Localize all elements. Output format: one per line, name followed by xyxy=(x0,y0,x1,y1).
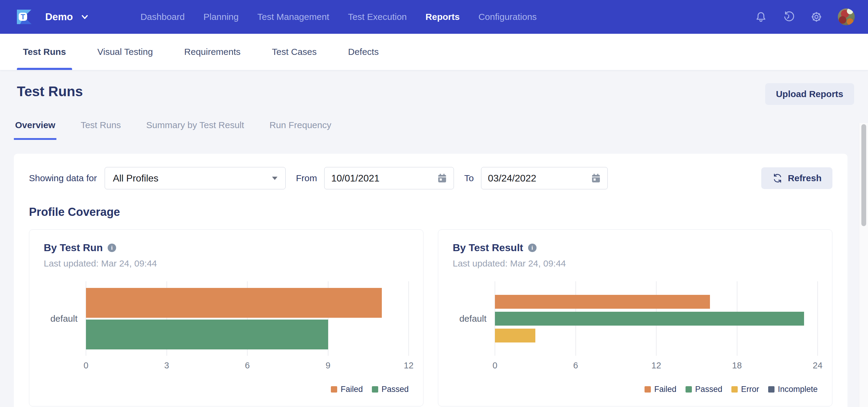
subtab-summary-by-test-result[interactable]: Summary by Test Result xyxy=(145,120,246,140)
x-tick-label: 18 xyxy=(732,361,742,371)
x-tick-label: 24 xyxy=(813,361,823,371)
chevron-down-icon xyxy=(80,13,89,21)
section-title: Profile Coverage xyxy=(29,206,832,219)
from-date-input[interactable]: 10/01/2021 xyxy=(324,167,454,189)
plot-area: 06121824 xyxy=(495,281,818,356)
refresh-icon xyxy=(772,173,783,184)
legend-item-error: Error xyxy=(732,385,759,394)
bar-failed xyxy=(495,295,710,309)
legend-swatch xyxy=(372,386,378,393)
legend-item-passed: Passed xyxy=(685,385,722,394)
legend-swatch xyxy=(685,386,692,393)
tab-requirements[interactable]: Requirements xyxy=(178,34,247,70)
profile-select[interactable]: All Profiles xyxy=(105,167,286,189)
app-logo[interactable]: T xyxy=(17,10,31,24)
category-label: default xyxy=(44,314,86,324)
info-icon[interactable]: i xyxy=(528,244,536,252)
x-tick-label: 12 xyxy=(651,361,661,371)
legend-item-failed: Failed xyxy=(645,385,677,394)
settings-button[interactable] xyxy=(810,10,823,23)
scrollbar-thumb[interactable] xyxy=(861,124,866,226)
x-tick-label: 0 xyxy=(84,361,88,371)
upload-reports-label: Upload Reports xyxy=(776,89,843,99)
tab-test-cases[interactable]: Test Cases xyxy=(266,34,323,70)
overview-panel: Showing data for All Profiles From 10/01… xyxy=(14,154,847,407)
history-icon xyxy=(782,10,795,23)
gridline xyxy=(408,281,409,356)
vertical-scrollbar[interactable] xyxy=(859,123,868,407)
chart-card-by-test-result: By Test Result i Last updated: Mar 24, 0… xyxy=(438,229,832,406)
chart-legend: FailedPassedErrorIncomplete xyxy=(453,385,818,394)
bar-chart: default 06121824 xyxy=(453,281,818,356)
chart-legend: FailedPassed xyxy=(44,385,409,394)
nav-item-planning[interactable]: Planning xyxy=(203,12,239,22)
bar-failed xyxy=(86,288,382,318)
legend-swatch xyxy=(645,386,651,393)
nav-item-configurations[interactable]: Configurations xyxy=(478,12,536,22)
report-subtabs: Overview Test Runs Summary by Test Resul… xyxy=(14,120,868,140)
primary-navigation: Dashboard Planning Test Management Test … xyxy=(141,12,537,22)
bar-passed xyxy=(495,312,804,325)
history-button[interactable] xyxy=(782,10,795,23)
legend-item-failed: Failed xyxy=(331,385,363,394)
filter-bar: Showing data for All Profiles From 10/01… xyxy=(29,167,832,189)
legend-item-passed: Passed xyxy=(372,385,409,394)
to-date-input[interactable]: 03/24/2022 xyxy=(481,167,608,189)
last-updated-text: Last updated: Mar 24, 09:44 xyxy=(453,258,818,269)
legend-swatch xyxy=(732,386,738,393)
subtab-run-frequency[interactable]: Run Frequency xyxy=(268,120,332,140)
gear-icon xyxy=(810,10,823,23)
project-name[interactable]: Demo xyxy=(45,11,73,23)
bar-chart: default 036912 xyxy=(44,281,409,356)
last-updated-text: Last updated: Mar 24, 09:44 xyxy=(44,258,409,269)
module-tabs: Test Runs Visual Testing Requirements Te… xyxy=(0,34,868,70)
gridline xyxy=(817,281,818,356)
from-date-value: 10/01/2021 xyxy=(331,173,437,184)
chart-title: By Test Result xyxy=(453,242,523,254)
calendar-icon[interactable] xyxy=(437,173,447,183)
subtab-overview[interactable]: Overview xyxy=(14,120,56,140)
x-tick-label: 0 xyxy=(493,361,497,371)
tab-test-runs[interactable]: Test Runs xyxy=(17,34,72,70)
nav-item-test-execution[interactable]: Test Execution xyxy=(348,12,407,22)
logo-letter: T xyxy=(19,13,27,21)
legend-label: Passed xyxy=(381,385,409,394)
refresh-label: Refresh xyxy=(788,173,822,183)
profile-select-value: All Profiles xyxy=(113,173,158,184)
from-label: From xyxy=(296,173,317,183)
subtab-test-runs[interactable]: Test Runs xyxy=(79,120,122,140)
nav-item-reports[interactable]: Reports xyxy=(426,12,460,22)
notifications-button[interactable] xyxy=(754,10,767,23)
chart-title: By Test Run xyxy=(44,242,103,254)
tab-defects[interactable]: Defects xyxy=(342,34,385,70)
bar-passed xyxy=(86,320,328,349)
x-tick-label: 6 xyxy=(245,361,250,371)
calendar-icon[interactable] xyxy=(591,173,601,183)
bar-error xyxy=(495,328,535,343)
legend-label: Incomplete xyxy=(778,385,818,394)
user-avatar[interactable] xyxy=(838,8,855,25)
x-tick-label: 9 xyxy=(326,361,330,371)
top-navbar: T Demo Dashboard Planning Test Managemen… xyxy=(0,0,868,34)
page-title: Test Runs xyxy=(17,83,83,99)
info-icon[interactable]: i xyxy=(108,244,116,252)
profile-filter-label: Showing data for xyxy=(29,173,97,183)
legend-label: Error xyxy=(741,385,759,394)
select-caret-icon xyxy=(272,177,277,180)
bell-icon xyxy=(754,10,767,23)
nav-item-test-management[interactable]: Test Management xyxy=(257,12,329,22)
x-tick-label: 6 xyxy=(573,361,578,371)
plot-area: 036912 xyxy=(86,281,409,356)
tab-visual-testing[interactable]: Visual Testing xyxy=(91,34,159,70)
refresh-button[interactable]: Refresh xyxy=(761,167,832,189)
to-label: To xyxy=(464,173,474,183)
category-label: default xyxy=(453,314,495,324)
upload-reports-button[interactable]: Upload Reports xyxy=(765,83,854,105)
x-tick-label: 3 xyxy=(164,361,169,371)
legend-label: Failed xyxy=(654,385,677,394)
legend-swatch xyxy=(768,386,775,393)
navbar-actions xyxy=(754,8,855,25)
nav-item-dashboard[interactable]: Dashboard xyxy=(141,12,185,22)
project-switcher[interactable] xyxy=(80,13,89,21)
x-tick-label: 12 xyxy=(404,361,413,371)
